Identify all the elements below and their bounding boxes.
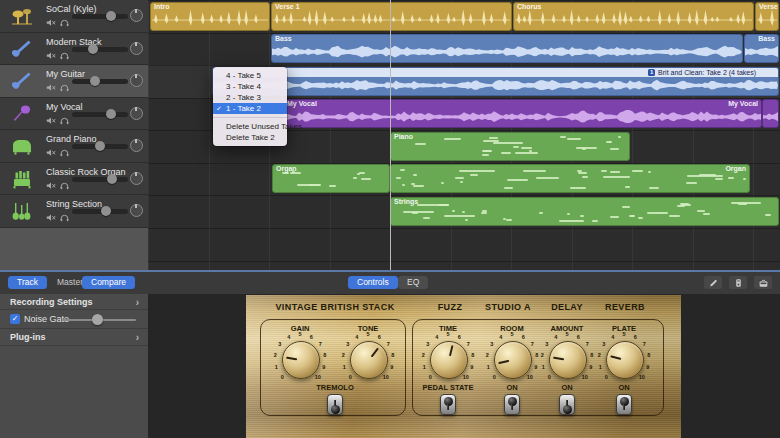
region-clip[interactable] — [762, 99, 779, 128]
region-my-vocal[interactable]: My VocalMy Vocal — [283, 99, 762, 128]
mute-icon[interactable] — [46, 13, 56, 31]
knob-tick-label: 6 — [454, 334, 464, 340]
headphones-icon[interactable] — [60, 78, 69, 96]
mute-icon[interactable] — [46, 208, 56, 226]
tab-controls[interactable]: Controls — [348, 276, 398, 289]
knob-plate[interactable] — [606, 341, 644, 379]
toggle-tremolo[interactable] — [327, 394, 343, 415]
pan-knob[interactable] — [130, 172, 143, 185]
pan-knob[interactable] — [130, 42, 143, 55]
inspector-row-recording-settings[interactable]: Recording Settings› — [0, 294, 148, 310]
region-name: My Vocal — [287, 100, 317, 107]
menu-item-take[interactable]: 3 - Take 4 — [213, 81, 287, 92]
knob-gain[interactable] — [282, 341, 320, 379]
toggle-on[interactable] — [504, 394, 520, 415]
volume-slider-thumb[interactable] — [107, 174, 117, 184]
region-bass[interactable]: Bass — [271, 34, 743, 63]
knob-time[interactable] — [430, 341, 468, 379]
volume-slider[interactable] — [72, 79, 128, 84]
mute-icon[interactable] — [46, 143, 56, 161]
pan-knob[interactable] — [130, 204, 143, 217]
region-intro[interactable]: Intro — [150, 2, 270, 31]
playhead[interactable] — [390, 0, 391, 270]
switch-label: TREMOLO — [295, 383, 375, 392]
knob-tone[interactable] — [350, 341, 388, 379]
tab-eq[interactable]: EQ — [398, 276, 428, 289]
chevron-right-icon: › — [136, 332, 139, 343]
pan-knob[interactable] — [130, 74, 143, 87]
track-header-string-section[interactable]: String Section — [0, 195, 148, 228]
take-menu: 4 - Take 53 - Take 42 - Take 3✓1 - Take … — [213, 67, 287, 146]
mute-icon[interactable] — [46, 176, 56, 194]
pan-knob[interactable] — [130, 107, 143, 120]
volume-slider-thumb[interactable] — [90, 76, 100, 86]
track-header-classic-rock-organ[interactable]: Classic Rock Organ — [0, 163, 148, 196]
take-number-badge[interactable]: 1 — [648, 69, 655, 76]
headphones-icon[interactable] — [60, 46, 69, 64]
region-organ[interactable]: Organ — [390, 164, 750, 193]
menu-item-take[interactable]: 2 - Take 3 — [213, 92, 287, 103]
volume-slider-thumb[interactable] — [106, 11, 116, 21]
pedal-icon[interactable] — [729, 276, 747, 289]
pan-knob[interactable] — [130, 139, 143, 152]
knob-tick-label: 2 — [594, 352, 604, 358]
smart-controls-bar: TrackMasterCompareControlsEQ — [0, 272, 780, 295]
toggle-on[interactable] — [559, 394, 575, 415]
volume-slider-thumb[interactable] — [95, 141, 105, 151]
knob-tick-label: 2 — [270, 352, 280, 358]
pan-knob[interactable] — [130, 9, 143, 22]
region-verse-1[interactable]: Verse 1 — [271, 2, 512, 31]
menu-item-action[interactable]: Delete Take 2 — [213, 132, 287, 143]
region-bass[interactable]: Bass — [744, 34, 779, 63]
volume-slider[interactable] — [72, 144, 128, 149]
track-header-socal-kyle-[interactable]: SoCal (Kyle) — [0, 0, 148, 33]
volume-slider-thumb[interactable] — [88, 44, 98, 54]
region-piano[interactable]: Piano — [390, 132, 630, 161]
region-chorus[interactable]: Chorus — [513, 2, 754, 31]
volume-slider[interactable] — [72, 47, 128, 52]
toggle-on[interactable] — [616, 394, 632, 415]
volume-slider[interactable] — [72, 209, 128, 214]
track-header-my-vocal[interactable]: My Vocal — [0, 98, 148, 131]
amp-icon[interactable] — [754, 276, 772, 289]
knob-tick-label: 3 — [599, 341, 609, 347]
volume-slider-thumb[interactable] — [106, 109, 116, 119]
menu-item-action[interactable]: Delete Unused Takes — [213, 121, 287, 132]
switch-label: ON — [584, 383, 664, 392]
volume-slider-thumb[interactable] — [101, 206, 111, 216]
volume-slider[interactable] — [72, 14, 128, 19]
knob-amount[interactable] — [549, 341, 587, 379]
noise-gate-checkbox[interactable]: ✓ — [10, 314, 20, 324]
headphones-icon[interactable] — [60, 208, 69, 226]
toggle-pedal-state[interactable] — [440, 394, 456, 415]
track-header-my-guitar[interactable]: My Guitar — [0, 65, 148, 98]
knob-room[interactable] — [494, 341, 532, 379]
pencil-icon[interactable] — [704, 276, 722, 289]
headphones-icon[interactable] — [60, 176, 69, 194]
noise-gate-slider[interactable] — [62, 319, 136, 321]
knob-tick-label: 2 — [537, 352, 547, 358]
headphones-icon[interactable] — [60, 111, 69, 129]
volume-slider[interactable] — [72, 177, 128, 182]
region-brit-and-clean-take-2-4-takes-[interactable]: 1Brit and Clean: Take 2 (4 takes) — [212, 67, 779, 96]
noise-gate-slider-thumb[interactable] — [92, 314, 103, 325]
mute-icon[interactable] — [46, 111, 56, 129]
tab-compare[interactable]: Compare — [82, 276, 135, 289]
tab-track[interactable]: Track — [8, 276, 47, 289]
region-verse-2[interactable]: Verse 2 — [755, 2, 779, 31]
track-header-grand-piano[interactable]: Grand Piano — [0, 130, 148, 163]
menu-item-take[interactable]: ✓1 - Take 2 — [213, 103, 287, 114]
headphones-icon[interactable] — [60, 13, 69, 31]
volume-slider[interactable] — [72, 112, 128, 117]
knob-tick-label: 3 — [542, 341, 552, 347]
headphones-icon[interactable] — [60, 143, 69, 161]
menu-item-take[interactable]: 4 - Take 5 — [213, 70, 287, 81]
mute-icon[interactable] — [46, 46, 56, 64]
track-header-modern-stack[interactable]: Modern Stack — [0, 33, 148, 66]
track-list-footer — [0, 228, 148, 270]
inspector-row-plug-ins[interactable]: Plug-ins› — [0, 329, 148, 346]
mute-icon[interactable] — [46, 78, 56, 96]
region-strings[interactable]: Strings — [390, 197, 779, 226]
take-folder-header[interactable]: 1Brit and Clean: Take 2 (4 takes) — [213, 68, 778, 77]
region-organ[interactable]: Organ — [272, 164, 390, 193]
